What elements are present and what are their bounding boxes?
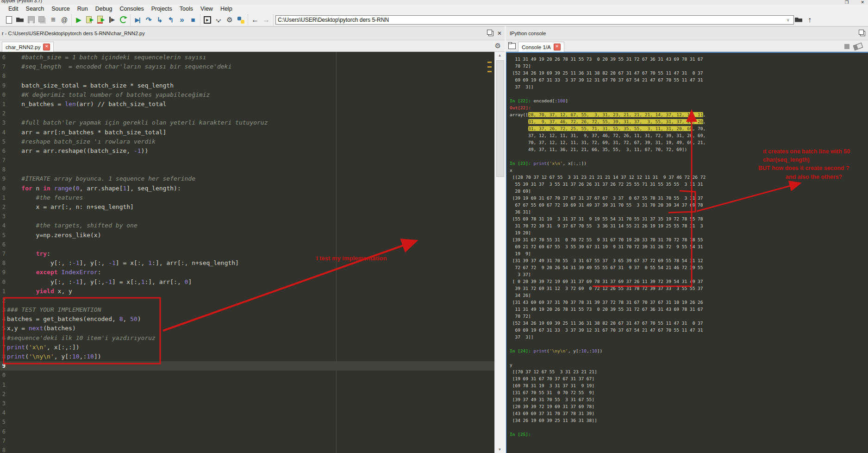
step-out-icon[interactable] xyxy=(165,14,176,25)
console-line: 36 31] xyxy=(510,208,868,215)
undock-icon[interactable] xyxy=(488,31,493,36)
console-line: [43 69 69 37 31 70 37 78 31 39] xyxy=(510,410,868,417)
run-icon[interactable] xyxy=(73,14,84,25)
console-line: 70 72] xyxy=(510,63,868,69)
menu-projects[interactable]: Projects xyxy=(148,5,176,13)
console-line: 19 9] xyxy=(510,250,868,257)
scroll-down-icon[interactable]: ▼ xyxy=(495,447,505,452)
console-line xyxy=(510,153,868,160)
tab-char-rnn2[interactable]: char_RNN2.py ✕ xyxy=(2,42,54,52)
tab-label: char_RNN2.py xyxy=(6,44,40,50)
clear-console-icon[interactable] xyxy=(853,43,863,50)
debug-icon[interactable] xyxy=(132,14,143,25)
close-tab-icon[interactable]: ✕ xyxy=(43,44,50,50)
continue-icon[interactable] xyxy=(176,14,187,25)
editor-scrollbar[interactable]: ▲ ▼ xyxy=(494,52,505,453)
undock-icon[interactable] xyxy=(860,31,865,36)
console-line: [34 26 19 69 39 25 11 36 31 38]] xyxy=(510,417,868,424)
save-icon[interactable] xyxy=(25,14,37,25)
run-cell-advance-icon[interactable] xyxy=(95,14,106,25)
scroll-up-icon[interactable]: ▲ xyxy=(495,53,505,57)
line-number: 7 xyxy=(0,343,7,352)
close-tab-icon[interactable]: ✕ xyxy=(554,44,561,50)
scrollbar-thumb[interactable] xyxy=(496,60,504,177)
line-number: 6 xyxy=(0,146,7,156)
working-directory-input[interactable] xyxy=(275,15,794,25)
open-dir-icon[interactable] xyxy=(793,14,804,25)
python-env-icon[interactable] xyxy=(235,14,246,25)
maximize-icon[interactable]: ❒ xyxy=(845,0,849,5)
browse-tabs-icon[interactable] xyxy=(508,43,516,49)
console-line: [39 19 69 31 67 70 37 67 31 37 67 67 3 3… xyxy=(510,195,868,201)
line-number: 9 xyxy=(0,268,7,277)
menu-edit[interactable]: Edit xyxy=(5,5,22,13)
line-number: 2 xyxy=(0,109,7,118)
symbol-finder-icon[interactable] xyxy=(59,14,70,25)
stop-icon[interactable] xyxy=(187,14,199,25)
console-line: 11 31 49 19 20 26 78 31 55 73 0 20 39 55… xyxy=(510,306,868,313)
close-pane-icon[interactable]: ✕ xyxy=(497,31,502,36)
code-line: 1 n_batches = len(arr) // batch_size_tot… xyxy=(0,100,494,109)
line-number: 6 xyxy=(0,53,7,62)
console-panel-header: IPython console xyxy=(506,26,868,40)
open-file-icon[interactable] xyxy=(14,14,25,25)
run-cell-icon[interactable] xyxy=(84,14,95,25)
toolbar: ∨ xyxy=(0,13,868,26)
file-switcher-icon[interactable] xyxy=(48,14,59,25)
menu-debug[interactable]: Debug xyxy=(92,5,116,13)
gear-icon[interactable]: ⚙ xyxy=(495,42,501,50)
console-line: [20 39 39 72 19 69 31 37 69 78] xyxy=(510,403,868,410)
code-line: 5 xyxy=(0,417,494,427)
menu-consoles[interactable]: Consoles xyxy=(116,5,148,13)
new-file-icon[interactable] xyxy=(3,14,14,25)
menu-help[interactable]: Help xyxy=(217,5,236,13)
menu-run[interactable]: Run xyxy=(74,5,92,13)
tab-console-1a[interactable]: Console 1/A ✕ xyxy=(518,42,564,52)
code-line: 2 x = arr[:, n: n+seq_length] xyxy=(0,202,494,212)
fullscreen-icon[interactable] xyxy=(213,14,224,25)
code-line: 2 xyxy=(0,296,494,305)
menu-source[interactable]: Source xyxy=(48,5,74,13)
line-number: 1 xyxy=(0,380,7,390)
step-icon[interactable] xyxy=(143,14,154,25)
rerun-icon[interactable] xyxy=(118,14,129,25)
line-number: 7 xyxy=(0,62,7,71)
step-into-icon[interactable] xyxy=(154,14,165,25)
run-selection-icon[interactable] xyxy=(106,14,118,25)
code-line: 0 xyxy=(0,371,494,380)
console-line: 55 39 31 37 3 55 31 37 26 26 31 37 26 72… xyxy=(510,181,868,188)
menu-view[interactable]: View xyxy=(197,5,217,13)
code-line: 6 #batch_size = 1 batch içindeki sequenc… xyxy=(0,53,494,62)
chevron-down-icon[interactable]: ∨ xyxy=(787,18,793,22)
console-line: [31 39 37 49 31 70 55 3 31 67 55 37 3 65… xyxy=(510,257,868,264)
back-icon[interactable] xyxy=(250,14,261,25)
forward-icon[interactable] xyxy=(261,14,272,25)
up-dir-icon[interactable] xyxy=(804,14,815,25)
console-line: array([28, 70, 37, 12, 67, 55, 3, 31, 23… xyxy=(510,111,868,118)
close-icon[interactable]: ✕ xyxy=(861,0,864,5)
line-number: 2 xyxy=(0,202,7,212)
interrupt-kernel-icon[interactable] xyxy=(844,44,849,49)
menu-tools[interactable]: Tools xyxy=(176,5,197,13)
console-line: [[28 70 37 12 67 55 3 31 23 21 21 21 14 … xyxy=(510,174,868,181)
console-line: [19 69 31 67 70 37 67 31 37 67] xyxy=(510,375,868,382)
preferences-icon[interactable] xyxy=(224,14,235,25)
code-line: 8 xyxy=(0,446,494,453)
console-line: In [25]: xyxy=(510,431,868,438)
console-line: 3 37] xyxy=(510,271,868,278)
editor-panel-title: r - C:\Users\USER\Desktop\pytorch ders 5… xyxy=(0,27,479,40)
line-number: 3 xyxy=(0,118,7,127)
console-line: 70, 37, 12, 12, 11, 31, 72, 69, 31, 72, … xyxy=(510,139,868,146)
menu-search[interactable]: Search xyxy=(22,5,48,13)
console-line: 34 26] xyxy=(510,292,868,299)
line-number: 5 xyxy=(0,324,7,333)
code-editor[interactable]: 6 #batch_size = 1 batch içindeki sequenc… xyxy=(0,52,494,453)
ipython-console[interactable]: 11 31 49 19 20 26 78 31 55 73 0 20 39 55… xyxy=(506,52,868,453)
title-bar: Spyder (Python 3.7) ❒ ✕ xyxy=(0,0,868,5)
window-title: Spyder (Python 3.7) xyxy=(1,0,42,3)
maximize-pane-icon[interactable] xyxy=(202,14,213,25)
line-number: 8 xyxy=(0,446,7,453)
code-line: 9 except IndexError: xyxy=(0,268,494,277)
save-all-icon[interactable] xyxy=(37,14,48,25)
code-line: 9 #İTERATE array boyunca. 1 sequence her… xyxy=(0,174,494,183)
